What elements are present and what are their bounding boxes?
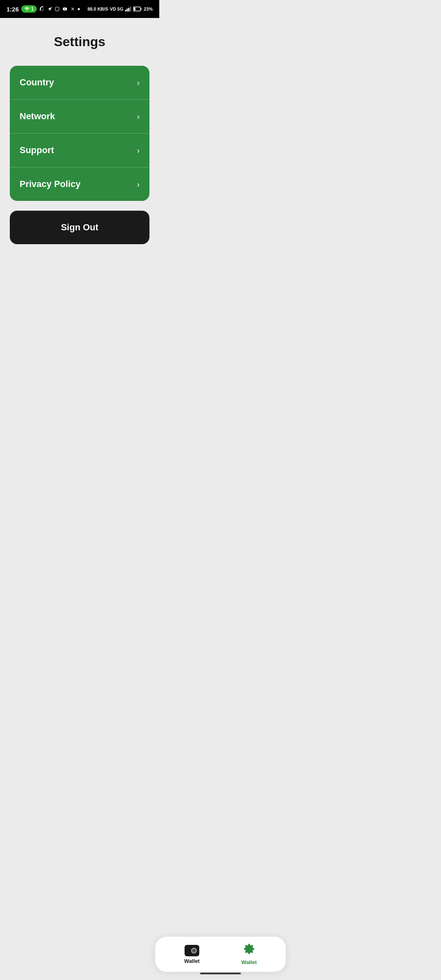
chevron-right-icon-network: › [137, 112, 140, 121]
status-right: 88.0 KB/S VD 5G 23% [87, 7, 153, 11]
speed-label: 88.0 KB/S [87, 7, 108, 11]
status-time: 1:26 [7, 6, 19, 13]
svg-rect-8 [140, 8, 141, 10]
sign-out-button[interactable]: Sign Out [10, 211, 149, 244]
page-title: Settings [10, 34, 149, 49]
svg-rect-2 [125, 10, 126, 11]
settings-card: Country › Network › Support › Privacy Po… [10, 66, 149, 201]
dot-icon: • [78, 5, 80, 13]
settings-item-country-label: Country [20, 77, 54, 88]
svg-rect-5 [130, 7, 131, 11]
settings-item-network-label: Network [20, 111, 55, 122]
signal-icon [125, 7, 131, 11]
x-icon [70, 7, 75, 11]
status-left: 1:26 1 • [7, 5, 80, 13]
svg-point-0 [27, 10, 27, 11]
svg-rect-1 [55, 7, 59, 11]
battery-icon [133, 7, 142, 11]
svg-rect-7 [134, 8, 135, 11]
wifi-badge-number: 1 [31, 6, 34, 12]
ghost-icon [39, 6, 45, 12]
settings-item-privacy-policy-label: Privacy Policy [20, 179, 80, 189]
battery-label: 23% [144, 7, 153, 11]
network-label: VD 5G [110, 7, 123, 11]
settings-item-country[interactable]: Country › [10, 66, 149, 100]
wifi-badge: 1 [21, 5, 37, 13]
settings-item-privacy-policy[interactable]: Privacy Policy › [10, 167, 149, 201]
box-icon [55, 7, 60, 11]
settings-item-network[interactable]: Network › [10, 100, 149, 134]
chevron-right-icon-privacy: › [137, 180, 140, 189]
chevron-right-icon-support: › [137, 146, 140, 155]
send-icon [47, 6, 52, 12]
chevron-right-icon-country: › [137, 78, 140, 87]
youtube-icon [62, 7, 68, 11]
svg-rect-3 [127, 9, 128, 11]
settings-item-support-label: Support [20, 145, 54, 156]
status-bar: 1:26 1 • 88.0 KB/S VD 5G [0, 0, 159, 18]
settings-item-support[interactable]: Support › [10, 134, 149, 167]
main-content: Settings Country › Network › Support › P… [0, 18, 159, 345]
svg-rect-4 [128, 8, 129, 11]
